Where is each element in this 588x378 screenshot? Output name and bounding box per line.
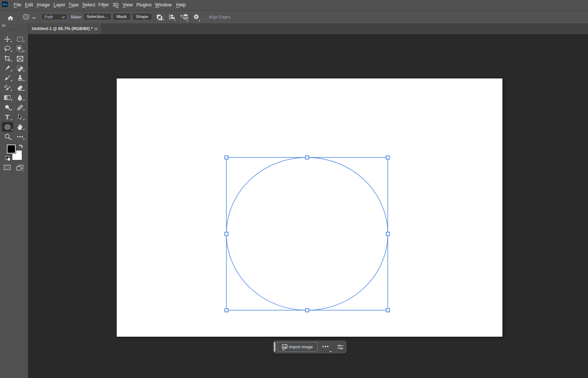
svg-text:Ps: Ps (3, 2, 7, 6)
